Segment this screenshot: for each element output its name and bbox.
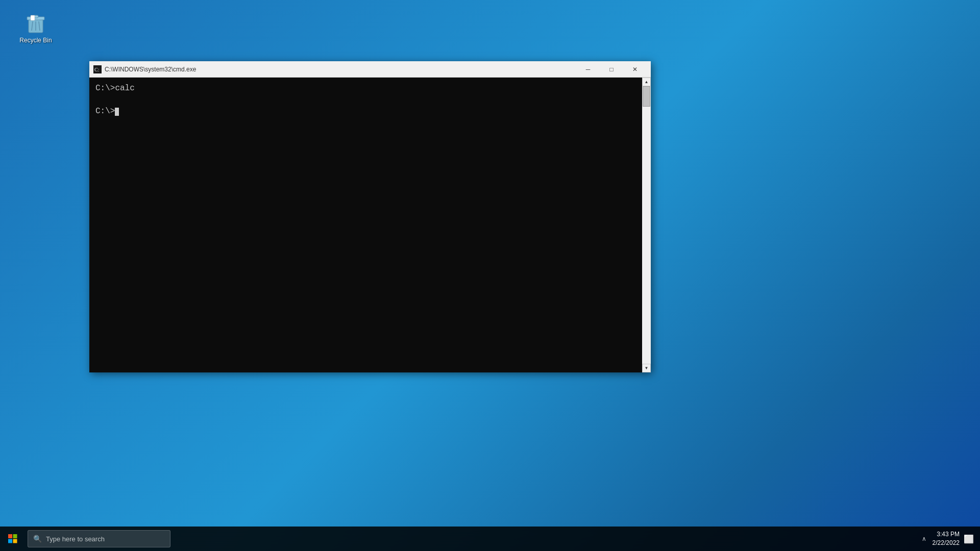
svg-rect-9 <box>8 534 12 538</box>
date-display: 2/22/2022 <box>933 539 960 547</box>
cmd-content[interactable]: C:\>calc C:\> <box>89 78 642 372</box>
taskbar-right: ∧ 3:43 PM 2/22/2022 ⬜ <box>922 530 980 547</box>
svg-rect-12 <box>13 539 17 543</box>
scroll-up-arrow[interactable]: ▲ <box>642 78 651 86</box>
recycle-bin-label: Recycle Bin <box>19 37 52 44</box>
taskbar: 🔍 Type here to search ∧ 3:43 PM 2/22/202… <box>0 527 980 551</box>
minimize-button[interactable]: ─ <box>576 61 600 78</box>
window-controls: ─ □ ✕ <box>576 61 647 78</box>
recycle-bin-icon[interactable]: Recycle Bin <box>15 10 56 44</box>
recycle-bin-image <box>23 10 48 35</box>
maximize-button[interactable]: □ <box>600 61 623 78</box>
close-button[interactable]: ✕ <box>623 61 647 78</box>
windows-logo-icon <box>8 534 17 543</box>
taskbar-search-bar[interactable]: 🔍 Type here to search <box>28 530 170 547</box>
search-icon: 🔍 <box>33 535 42 543</box>
cmd-window: C: C:\WINDOWS\system32\cmd.exe ─ □ ✕ C:\… <box>89 61 651 372</box>
svg-text:C:: C: <box>94 67 99 72</box>
svg-rect-11 <box>8 539 12 543</box>
cmd-icon: C: <box>93 65 102 73</box>
cmd-title: C:\WINDOWS\system32\cmd.exe <box>105 66 576 73</box>
time-display: 3:43 PM <box>933 530 960 539</box>
cmd-line-blank <box>95 94 636 105</box>
cmd-body-wrapper: C:\>calc C:\> ▲ ▼ <box>89 78 651 372</box>
scrollbar-track[interactable] <box>642 86 651 364</box>
cmd-line-1: C:\>calc <box>95 83 636 94</box>
cmd-line-2: C:\> <box>95 106 636 117</box>
notification-icon[interactable]: ⬜ <box>964 534 974 544</box>
cmd-cursor <box>115 108 119 116</box>
scrollbar-thumb[interactable] <box>643 86 650 107</box>
desktop: Recycle Bin C: C:\WINDOWS\system32\cmd.e… <box>0 0 980 551</box>
start-button[interactable] <box>0 527 26 551</box>
svg-rect-10 <box>13 534 17 538</box>
cmd-titlebar: C: C:\WINDOWS\system32\cmd.exe ─ □ ✕ <box>89 61 651 78</box>
cmd-scrollbar[interactable]: ▲ ▼ <box>642 78 651 372</box>
taskbar-clock[interactable]: 3:43 PM 2/22/2022 <box>933 530 960 547</box>
svg-rect-6 <box>31 15 35 20</box>
scroll-down-arrow[interactable]: ▼ <box>642 364 651 372</box>
search-placeholder-text: Type here to search <box>46 535 105 543</box>
system-tray-chevron[interactable]: ∧ <box>922 535 926 542</box>
